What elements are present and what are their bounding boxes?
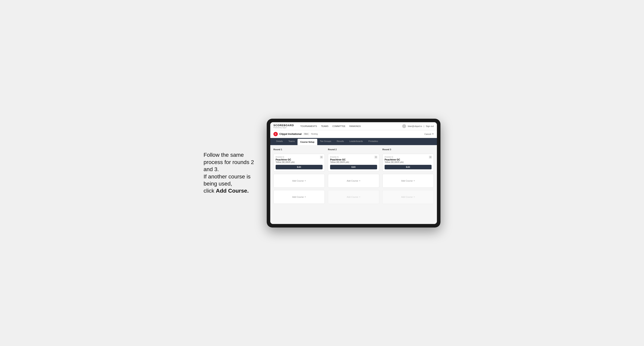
annotation-arrow [270, 181, 272, 192]
tournament-info: C Clippd Invitational Men Hosting [274, 132, 318, 136]
nav-right: blair@clippd.io | Sign out [402, 124, 434, 128]
round-2-edit-button[interactable]: Edit [330, 165, 377, 169]
round-1-add-course-text-2: Add Course + [292, 195, 306, 198]
round-3-add-course-1[interactable]: Add Course + [382, 174, 434, 188]
rounds-grid: Round 1 ⊡ (Course A) Peachtree GC Yellow… [274, 148, 434, 204]
round-1-label: Round 1 [274, 148, 325, 151]
round-2-add-course-text-1: Add Course + [347, 179, 360, 182]
tab-tee-groups[interactable]: Tee Groups [317, 138, 334, 145]
round-3-delete-icon[interactable]: ⊡ [429, 156, 432, 159]
round-2-course-card: ⊡ (Course A) Peachtree GC Yellow (M) (66… [328, 154, 379, 172]
round-3-edit-button[interactable]: Edit [384, 165, 432, 169]
plus-icon-r2-2: + [359, 195, 360, 198]
user-avatar [402, 124, 406, 128]
sub-header: C Clippd Invitational Men Hosting Cancel… [270, 130, 437, 138]
tab-details[interactable]: Details [274, 138, 286, 145]
tablet-screen: SCOREBOARD Powered by clippd TOURNAMENTS… [270, 122, 437, 224]
top-nav: SCOREBOARD Powered by clippd TOURNAMENTS… [270, 122, 437, 130]
cancel-button[interactable]: Cancel ✕ [424, 133, 434, 135]
tabs-row: Details Teams Course Setup Tee Groups Re… [270, 138, 437, 145]
logo-title: SCOREBOARD [274, 124, 294, 127]
round-3-course-card: ⊡ (Course A) Peachtree GC Yellow (M) (66… [382, 154, 434, 172]
round-1-course-label: (Course A) [276, 156, 322, 158]
round-2-add-course-text-2: Add Course + [347, 195, 360, 198]
round-3-add-course-text-2: Add Course + [401, 195, 415, 198]
cancel-icon: ✕ [432, 133, 434, 135]
plus-icon-r3-2: + [414, 195, 415, 198]
round-1-add-course-2[interactable]: Add Course + [274, 190, 325, 204]
round-3-course-tee: Yellow (M) (6629 yds) [384, 161, 432, 163]
round-1-course-card: ⊡ (Course A) Peachtree GC Yellow (M) (66… [274, 154, 325, 172]
nav-committee[interactable]: COMMITTEE [332, 124, 346, 128]
nav-teams[interactable]: TEAMS [321, 124, 328, 128]
nav-separator: | [424, 125, 424, 127]
round-1-course-name: Peachtree GC [276, 158, 322, 161]
round-3-course-name: Peachtree GC [384, 158, 432, 161]
plus-icon-r1-2: + [304, 195, 306, 198]
main-nav: TOURNAMENTS TEAMS COMMITTEE RANKINGS [300, 124, 398, 128]
add-course-label-r1-2: Add Course [292, 196, 304, 198]
round-1-delete-icon[interactable]: ⊡ [320, 156, 323, 159]
add-course-label-r2-1: Add Course [347, 179, 358, 182]
round-2-course-tee: Yellow (M) (6629 yds) [330, 161, 377, 163]
round-1-course-tee: Yellow (M) (6629 yds) [276, 161, 322, 163]
round-3-label: Round 3 [382, 148, 434, 151]
add-course-label-r3-2: Add Course [401, 196, 412, 198]
hosting-badge: Hosting [311, 133, 318, 135]
instruction-text-line1: Follow the same process for rounds 2 and… [204, 152, 254, 194]
round-2-course-name: Peachtree GC [330, 158, 377, 161]
logo-sub: Powered by clippd [274, 127, 294, 129]
user-email: blair@clippd.io [408, 125, 422, 127]
nav-tournaments[interactable]: TOURNAMENTS [300, 124, 317, 128]
plus-icon-r2-1: + [359, 179, 360, 182]
instruction-bold: Add Course. [216, 188, 248, 194]
round-3-add-course-2: Add Course + [382, 190, 434, 204]
round-3-course-label: (Course A) [384, 156, 432, 158]
add-course-label-r3-1: Add Course [401, 179, 412, 182]
tab-printables[interactable]: Printables [366, 138, 381, 145]
tab-course-setup[interactable]: Course Setup [298, 139, 317, 145]
round-2-label: Round 2 [328, 148, 379, 151]
round-2-column: Round 2 ⊡ (Course A) Peachtree GC Yellow… [328, 148, 379, 204]
tab-results[interactable]: Results [334, 138, 347, 145]
round-1-add-course-1[interactable]: Add Course + [274, 174, 325, 188]
page-wrapper: Follow the same process for rounds 2 and… [204, 119, 440, 227]
main-content: Round 1 ⊡ (Course A) Peachtree GC Yellow… [270, 145, 437, 224]
plus-icon-1: + [304, 179, 306, 182]
instruction-panel: Follow the same process for rounds 2 and… [204, 152, 259, 194]
round-1-column: Round 1 ⊡ (Course A) Peachtree GC Yellow… [274, 148, 325, 204]
round-1-edit-button[interactable]: Edit [276, 165, 322, 169]
add-course-label-1: Add Course [292, 179, 304, 182]
tournament-name: Clippd Invitational [279, 133, 302, 136]
round-2-delete-icon[interactable]: ⊡ [374, 156, 378, 159]
cancel-label: Cancel [424, 133, 431, 135]
round-2-add-course-2: Add Course + [328, 190, 379, 204]
round-3-column: Round 3 ⊡ (Course A) Peachtree GC Yellow… [382, 148, 434, 204]
plus-icon-r3-1: + [414, 179, 415, 182]
logo-area: SCOREBOARD Powered by clippd [274, 124, 294, 129]
round-1-add-course-container: Add Course + [274, 174, 325, 188]
sign-out-link[interactable]: Sign out [426, 125, 434, 127]
round-2-add-course-1[interactable]: Add Course + [328, 174, 379, 188]
round-2-course-label: (Course A) [330, 156, 377, 158]
round-3-add-course-text-1: Add Course + [401, 179, 415, 182]
tab-leaderboards[interactable]: Leaderboards [347, 138, 366, 145]
nav-rankings[interactable]: RANKINGS [350, 124, 361, 128]
tablet-frame: SCOREBOARD Powered by clippd TOURNAMENTS… [267, 119, 440, 227]
add-course-label-r2-2: Add Course [347, 196, 358, 198]
gender-badge: Men [303, 133, 309, 135]
round-1-add-course-text-1: Add Course + [292, 179, 306, 182]
tab-teams[interactable]: Teams [286, 138, 298, 145]
clippd-logo: C [274, 132, 278, 136]
